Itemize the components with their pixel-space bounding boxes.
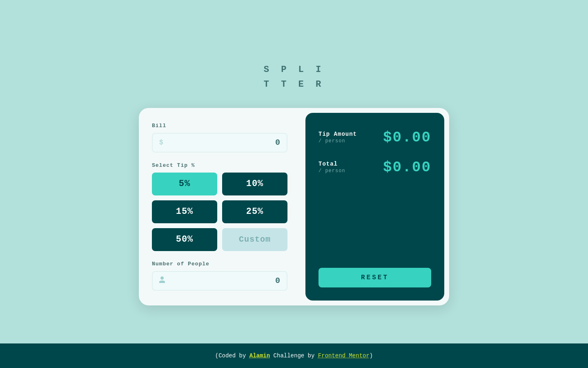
total-per-label: / person [318, 168, 345, 174]
open-paren: ( [215, 352, 218, 359]
tip-btn-5[interactable]: 5% [152, 173, 217, 195]
tip-amount-label: Tip Amount [318, 131, 357, 137]
people-section: Number of People [152, 261, 287, 291]
tip-amount-label-group: Tip Amount / person [318, 131, 357, 144]
tip-btn-custom[interactable]: Custom [222, 228, 287, 251]
tip-amount-value: $0.00 [383, 129, 431, 146]
challenge-by-text: Challenge by [274, 352, 315, 359]
coded-by-text: Coded by [218, 352, 246, 359]
tip-section: Select Tip % 5% 10% 15% 25% 50% Custom [152, 162, 287, 251]
bill-label: Bill [152, 123, 287, 129]
title-line2: T T E R [264, 77, 324, 92]
author-name: Alamin [249, 352, 270, 359]
main-card: Bill $ Select Tip % 5% 10% 15% 25% 50% C… [139, 108, 449, 305]
dollar-icon: $ [159, 139, 163, 146]
bill-input-wrapper: $ [152, 133, 287, 153]
bill-section: Bill $ [152, 123, 287, 153]
tip-amount-row: Tip Amount / person $0.00 [318, 129, 431, 146]
tip-btn-10[interactable]: 10% [222, 173, 287, 195]
tip-grid: 5% 10% 15% 25% 50% Custom [152, 173, 287, 251]
result-amounts: Tip Amount / person $0.00 Total / person… [318, 129, 431, 268]
tip-label: Select Tip % [152, 162, 287, 168]
reset-button[interactable]: RESET [318, 268, 431, 287]
total-value: $0.00 [383, 159, 431, 176]
title-line1: S P L I [264, 63, 324, 77]
app-title: S P L I T T E R [264, 63, 324, 91]
total-row: Total / person $0.00 [318, 159, 431, 176]
people-input-wrapper [152, 271, 287, 291]
footer: ( Coded by Alamin Challenge by Frontend … [0, 343, 588, 368]
total-label: Total [318, 161, 345, 167]
people-label: Number of People [152, 261, 287, 267]
tip-btn-15[interactable]: 15% [152, 200, 217, 223]
tip-btn-25[interactable]: 25% [222, 200, 287, 223]
people-input[interactable] [165, 276, 280, 285]
person-icon [159, 276, 165, 285]
platform-link[interactable]: Frontend Mentor [318, 352, 370, 359]
tip-per-label: / person [318, 138, 357, 144]
left-panel: Bill $ Select Tip % 5% 10% 15% 25% 50% C… [139, 108, 301, 305]
close-paren: ) [370, 352, 373, 359]
total-label-group: Total / person [318, 161, 345, 174]
bill-input[interactable] [163, 138, 280, 147]
tip-btn-50[interactable]: 50% [152, 228, 217, 251]
right-panel: Tip Amount / person $0.00 Total / person… [305, 113, 444, 301]
